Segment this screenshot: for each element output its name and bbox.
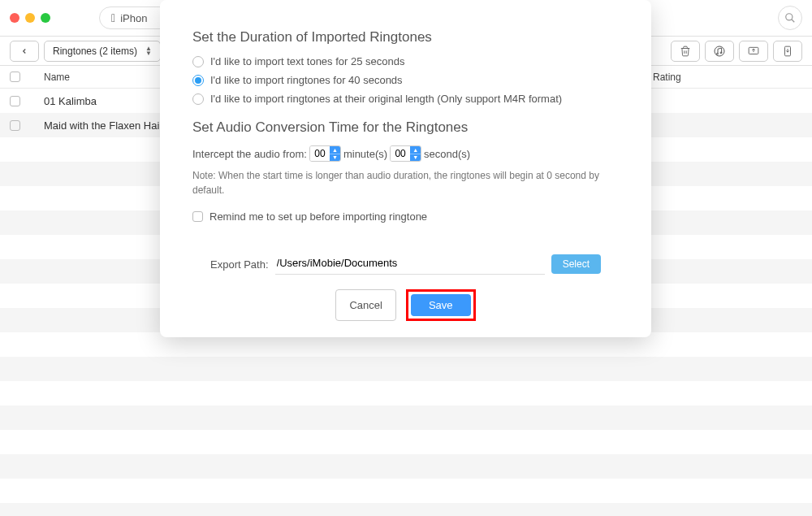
ringtone-settings-dialog: Set the Duration of Imported Ringtones I…: [160, 0, 651, 337]
apple-icon: : [111, 11, 115, 24]
updown-icon: ▲▼: [145, 46, 152, 55]
svg-point-4: [720, 52, 722, 54]
svg-point-2: [715, 46, 724, 56]
radio-option-ringtones40[interactable]: I'd like to import ringtones for 40 seco…: [192, 74, 619, 86]
save-button[interactable]: Save: [411, 294, 471, 316]
second-label: second(s): [424, 148, 470, 160]
radio-option-original[interactable]: I'd like to import ringtones at their or…: [192, 93, 619, 105]
radio-icon: [192, 75, 204, 86]
search-icon: [784, 12, 796, 24]
note-text: Note: When the start time is longer than…: [192, 168, 619, 197]
save-highlight-box: Save: [406, 289, 476, 321]
svg-line-1: [792, 20, 795, 23]
to-computer-button[interactable]: [739, 41, 768, 62]
svg-point-3: [716, 53, 718, 54]
column-rating[interactable]: Rating: [653, 72, 812, 83]
export-path-row: Export Path: Select: [178, 254, 633, 275]
radio-option-texttones[interactable]: I'd like to import text tones for 25 sec…: [192, 55, 619, 67]
select-all-checkbox[interactable]: [10, 72, 20, 82]
intercept-time-row: Intercept the audio from: ▲▼ minute(s) ▲…: [192, 145, 619, 162]
svg-point-0: [786, 14, 793, 20]
section-title-conversion: Set Audio Conversion Time for the Ringto…: [192, 119, 619, 136]
to-itunes-button[interactable]: [705, 41, 734, 62]
radio-icon: [192, 93, 204, 105]
radio-icon: [192, 56, 204, 67]
dropdown-label: Ringtones (2 items): [53, 46, 137, 57]
close-window-button[interactable]: [10, 13, 19, 23]
radio-label: I'd like to import text tones for 25 sec…: [210, 55, 405, 67]
remind-checkbox-row[interactable]: Remind me to set up before importing rin…: [192, 210, 619, 223]
minute-input[interactable]: [310, 146, 330, 161]
minute-stepper[interactable]: ▲▼: [309, 145, 341, 162]
delete-button[interactable]: [671, 41, 700, 62]
import-icon: [782, 45, 793, 58]
category-dropdown[interactable]: Ringtones (2 items) ▲▼: [44, 41, 161, 62]
radio-label: I'd like to import ringtones for 40 seco…: [210, 74, 403, 86]
intercept-label: Intercept the audio from:: [192, 148, 307, 160]
minimize-window-button[interactable]: [25, 13, 35, 23]
export-icon: [747, 46, 760, 57]
export-path-input[interactable]: [275, 254, 545, 275]
radio-label: I'd like to import ringtones at their or…: [210, 93, 562, 105]
export-label: Export Path:: [210, 258, 269, 271]
remind-checkbox[interactable]: [192, 211, 203, 222]
select-path-button[interactable]: Select: [551, 254, 601, 274]
minute-label: minute(s): [343, 148, 387, 160]
import-button[interactable]: [773, 41, 802, 62]
stepper-buttons[interactable]: ▲▼: [330, 146, 340, 161]
cancel-button[interactable]: Cancel: [335, 289, 395, 321]
maximize-window-button[interactable]: [41, 13, 50, 23]
dialog-buttons: Cancel Save: [178, 289, 633, 321]
second-stepper[interactable]: ▲▼: [390, 145, 421, 162]
row-checkbox[interactable]: [10, 96, 20, 106]
chevron-left-icon: [20, 46, 28, 56]
trash-icon: [680, 46, 691, 57]
remind-label: Remind me to set up before importing rin…: [209, 210, 427, 223]
back-button[interactable]: [10, 41, 39, 62]
search-button[interactable]: [778, 6, 802, 30]
second-input[interactable]: [391, 146, 410, 161]
device-name: iPhon: [120, 12, 147, 24]
section-title-duration: Set the Duration of Imported Ringtones: [192, 29, 619, 46]
traffic-lights: [10, 13, 50, 23]
stepper-buttons[interactable]: ▲▼: [410, 146, 421, 161]
itunes-icon: [713, 45, 726, 58]
row-checkbox[interactable]: [10, 120, 20, 131]
